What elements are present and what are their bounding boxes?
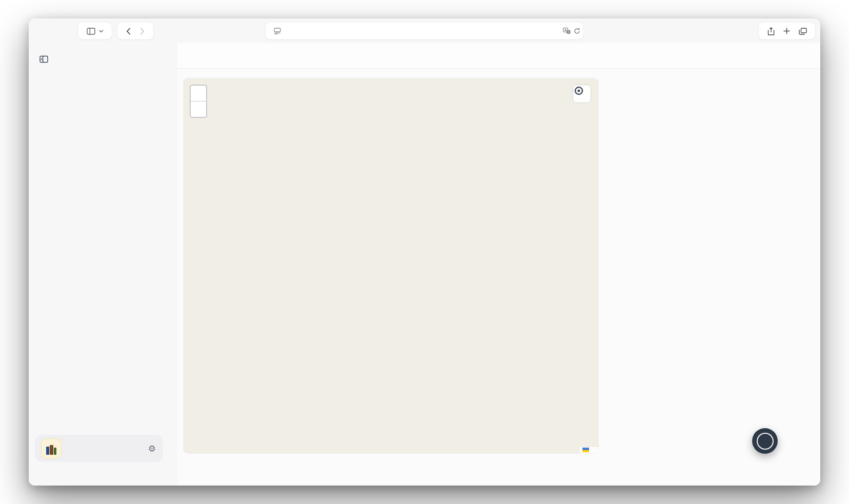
locate-me-button[interactable] [573, 85, 591, 103]
minimize-window-button[interactable] [53, 27, 60, 34]
collapse-menu-icon [39, 55, 48, 65]
reload-icon[interactable] [574, 28, 580, 34]
user-card[interactable]: ⚙ [35, 435, 163, 462]
nav-buttons [117, 23, 153, 39]
new-tab-icon[interactable] [783, 28, 790, 34]
locate-icon [573, 85, 584, 96]
map-container[interactable] [184, 78, 598, 453]
translate-icon[interactable]: Ax [563, 28, 571, 34]
tab-overview-icon[interactable] [799, 28, 807, 35]
zoom-in-button[interactable] [191, 86, 206, 102]
chevron-down-icon [99, 30, 104, 33]
content-area [177, 69, 820, 486]
browser-window: Ax [29, 18, 820, 486]
address-bar[interactable]: Ax [266, 23, 583, 39]
settings-gear-icon[interactable]: ⚙ [148, 443, 156, 454]
close-window-button[interactable] [42, 27, 49, 34]
collapse-menu-button[interactable] [39, 55, 177, 65]
forward-button[interactable] [140, 28, 145, 35]
reader-mode-icon[interactable] [274, 28, 281, 34]
app-sidebar: ⚙ [29, 43, 178, 486]
help-icon [757, 433, 774, 450]
help-button[interactable] [752, 428, 778, 454]
map-zoom-control [190, 85, 207, 118]
browser-toolbar: Ax [29, 18, 820, 44]
sidebar-toggle-button[interactable] [78, 23, 112, 39]
share-icon[interactable] [767, 27, 775, 35]
map-canvas[interactable] [184, 78, 598, 453]
zoom-out-button[interactable] [191, 102, 206, 117]
sidebar-toggle-icon [87, 28, 95, 35]
zoom-window-button[interactable] [65, 27, 71, 34]
ukraine-flag-icon [582, 448, 589, 452]
main-header [177, 43, 820, 69]
window-actions [759, 23, 815, 39]
avatar [42, 439, 61, 458]
back-button[interactable] [126, 28, 131, 35]
svg-text:A: A [564, 28, 567, 32]
map-attribution [580, 447, 598, 453]
